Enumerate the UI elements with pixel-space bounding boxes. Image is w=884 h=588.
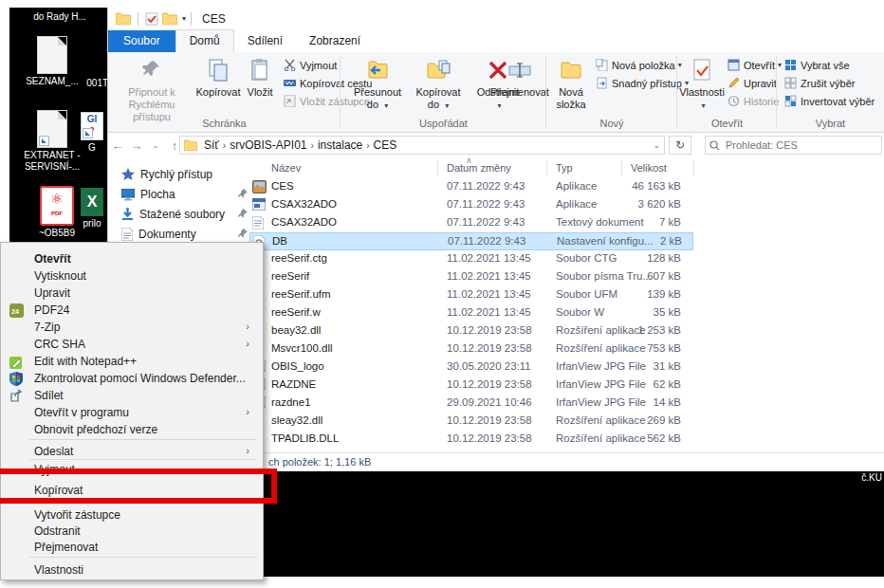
- column-separator[interactable]: [546, 160, 547, 175]
- easy-access-button[interactable]: Snadný přístup▾: [596, 77, 689, 89]
- menu-item-otev-t[interactable]: Otevřít: [1, 252, 261, 268]
- menu-item-p-ejmenovat[interactable]: Přejmenovat: [1, 541, 261, 557]
- desktop-icon-seznam-[interactable]: SEZNAM_...: [21, 36, 83, 87]
- properties-label: Vlastnosti: [679, 86, 725, 98]
- search-input[interactable]: [724, 138, 877, 152]
- column-header-type[interactable]: Typ: [556, 162, 573, 174]
- new-folder-button[interactable]: Nová složka: [550, 56, 592, 111]
- search-box[interactable]: [705, 136, 882, 155]
- table-row[interactable]: reeSerif.ctg11.02.2021 13:45Soubor CTG12…: [249, 250, 693, 268]
- desktop-icon-prilo[interactable]: Xprilo: [76, 188, 107, 230]
- breadcrumb-segment[interactable]: instalace: [314, 138, 366, 152]
- table-row[interactable]: OBIS_logo30.05.2020 23:11IrfanView JPG F…: [249, 358, 693, 377]
- menu-item-sd-let[interactable]: Sdílet: [1, 389, 261, 405]
- sidebar-item-rychl-p-stup[interactable]: Rychlý přístup: [121, 165, 248, 184]
- column-header-size[interactable]: Velikost: [631, 162, 667, 174]
- tab-home[interactable]: Domů: [175, 29, 234, 52]
- select-none-button[interactable]: Zrušit výběr: [784, 77, 855, 89]
- ribbon-group-new: Nová složka Nová položka▾ Snadný přístup…: [546, 52, 677, 132]
- sidebar-item-sta-en-soubory[interactable]: Stažené soubory: [121, 205, 248, 224]
- history-button[interactable]: Historie: [727, 95, 779, 107]
- table-row[interactable]: razdne129.09.2021 10:46IrfanView JPG Fil…: [249, 395, 693, 413]
- new-item-button[interactable]: Nová položka▾: [596, 59, 682, 71]
- desktop-icon-g[interactable]: GIG: [76, 112, 107, 154]
- menu-item-7-zip[interactable]: 7-Zip›: [1, 321, 261, 337]
- sidebar-item-label: Rychlý přístup: [140, 168, 212, 181]
- tab-view[interactable]: Zobrazení: [296, 30, 374, 52]
- new-folder-qat-icon[interactable]: [162, 12, 177, 25]
- desktop-icon-001te[interactable]: 001TE: [82, 78, 107, 89]
- move-to-icon: [365, 56, 390, 84]
- table-row[interactable]: reeSerif.ufm11.02.2021 13:45Soubor UFM13…: [249, 286, 693, 304]
- group-label-new: Nový: [546, 118, 677, 129]
- table-row[interactable]: DB07.11.2022 9:43Nastavení konfigu...2 k…: [249, 232, 693, 250]
- column-header-date[interactable]: Datum změny: [447, 162, 511, 174]
- menu-item-obnovit-p-edchoz-verze[interactable]: Obnovit předchozí verze: [1, 423, 261, 439]
- sidebar-item-plocha[interactable]: Plocha: [121, 185, 248, 204]
- open-button[interactable]: Otevřít▾: [727, 59, 782, 71]
- table-row[interactable]: CES07.11.2022 9:43Aplikace46 163 kB: [249, 178, 693, 196]
- copy-to-icon: [426, 56, 451, 84]
- search-icon: [709, 140, 720, 151]
- menu-item-vlastnosti[interactable]: Vlastnosti: [1, 563, 261, 579]
- column-separator[interactable]: [693, 160, 694, 175]
- breadcrumb[interactable]: Síť›srvOBIS-API01›instalace›CES: [200, 138, 400, 152]
- sidebar-item-dokumenty[interactable]: Dokumenty: [121, 225, 248, 244]
- menu-item-upravit[interactable]: Upravit: [1, 286, 261, 303]
- menu-item-crc-sha[interactable]: CRC SHA›: [1, 338, 261, 354]
- paste-button[interactable]: Vložit: [243, 56, 277, 99]
- table-row[interactable]: Msvcr100.dll10.12.2019 23:58Rozšíření ap…: [249, 340, 693, 358]
- menu-item-vytisknout[interactable]: Vytisknout: [1, 269, 261, 285]
- table-row[interactable]: TreeSerif11.02.2021 13:45Soubor písma Tr…: [249, 268, 693, 286]
- history-label: Historie: [744, 96, 779, 107]
- menu-item-odstranit[interactable]: Odstranit: [1, 524, 261, 541]
- table-row[interactable]: beay32.dll10.12.2019 23:58Rozšíření apli…: [249, 322, 693, 340]
- address-box[interactable]: Síť›srvOBIS-API01›instalace›CES ⌄: [179, 136, 665, 155]
- move-to-button[interactable]: Přesunout do ▾: [348, 56, 407, 112]
- menu-item-otev-t-v-programu[interactable]: Otevřít v programu›: [1, 406, 261, 422]
- edit-button[interactable]: Upravit: [727, 77, 777, 89]
- table-row[interactable]: sleay32.dll10.12.2019 23:58Rozšíření apl…: [249, 413, 693, 431]
- refresh-button[interactable]: ↻: [669, 136, 691, 155]
- menu-item-pdf24[interactable]: 24PDF24: [1, 303, 261, 320]
- address-history-chevron-icon[interactable]: ⌄: [653, 140, 660, 150]
- file-size: 31 kB: [581, 360, 681, 372]
- forward-button[interactable]: →: [127, 138, 146, 153]
- desktop-icon-label: G: [76, 142, 107, 154]
- table-row[interactable]: RAZDNE10.12.2019 23:58IrfanView JPG File…: [249, 377, 693, 395]
- table-row[interactable]: CSAX32ADO07.11.2022 9:43Aplikace3 620 kB: [249, 196, 693, 214]
- copy-button[interactable]: Kopírovat: [196, 56, 240, 99]
- column-separator[interactable]: [437, 160, 438, 175]
- tab-file[interactable]: Soubor: [108, 30, 175, 52]
- back-button[interactable]: ←: [108, 138, 127, 153]
- select-all-button[interactable]: Vybrat vše: [784, 59, 850, 71]
- table-row[interactable]: reeSerif.w11.02.2021 13:45Soubor W35 kB: [249, 304, 693, 322]
- recent-locations-chevron-icon[interactable]: ⌄: [146, 140, 165, 150]
- desktop-icon-do-rady-h-[interactable]: do Rady H...: [17, 11, 102, 23]
- properties-qat-icon[interactable]: [145, 12, 158, 26]
- properties-button[interactable]: Vlastnosti▾: [679, 56, 725, 112]
- menu-item-edit-with-notepad-[interactable]: Edit with Notepad++: [1, 355, 261, 371]
- pin-to-quick-access-button[interactable]: Připnout k Rychlému přístupu: [110, 56, 193, 123]
- breadcrumb-segment[interactable]: srvOBIS-API01: [226, 138, 310, 152]
- copy-to-button[interactable]: Kopírovat do ▾: [410, 56, 467, 112]
- desktop-icon-label: 001TE: [82, 78, 107, 89]
- breadcrumb-segment[interactable]: Síť: [200, 138, 223, 152]
- column-header-name[interactable]: Název: [271, 162, 301, 174]
- file-date: 10.12.2019 23:58: [447, 432, 532, 444]
- menu-item-zkontrolovat-pomoc-windows-defender-[interactable]: Zkontrolovat pomocí Windows Defender...: [1, 372, 261, 388]
- file-date: 10.12.2019 23:58: [447, 324, 532, 336]
- table-row[interactable]: TPADLIB.DLL10.12.2019 23:58Rozšíření apl…: [249, 431, 693, 449]
- invert-selection-button[interactable]: Invertovat výběr: [784, 95, 875, 107]
- menu-item-vytvo-it-z-stupce[interactable]: Vytvořit zástupce: [1, 508, 261, 524]
- qat-customize-chevron-icon[interactable]: ▾: [182, 14, 186, 23]
- desktop-icon-extranet-servisn-[interactable]: EXTRANET -SERVISNÍ-...: [21, 110, 83, 173]
- table-row[interactable]: CSAX32ADO07.11.2022 9:43Textový dokument…: [249, 214, 693, 232]
- folder-icon[interactable]: [116, 12, 131, 25]
- desktop-icon-label: SEZNAM_...: [21, 76, 83, 87]
- breadcrumb-segment[interactable]: CES: [370, 138, 401, 152]
- cut-button[interactable]: Vyjmout: [284, 59, 337, 71]
- file-size: 2 kB: [582, 235, 682, 247]
- tab-share[interactable]: Sdílení: [234, 30, 296, 52]
- column-separator[interactable]: [621, 160, 622, 175]
